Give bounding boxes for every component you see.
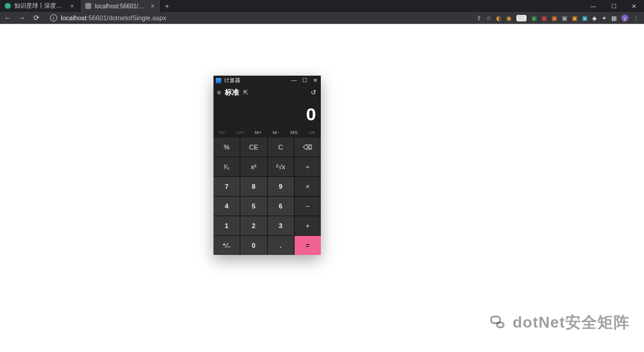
- key-negate[interactable]: ⁺⁄₋: [213, 236, 240, 255]
- memory-row: MCMRM+M−MSM▾: [213, 127, 321, 138]
- tab-close-icon[interactable]: ×: [69, 3, 75, 10]
- mode-label: 标准: [225, 88, 239, 98]
- history-icon[interactable]: ↺: [311, 89, 316, 96]
- extension-icon[interactable]: ▣: [541, 15, 547, 21]
- url-host: localhost: [61, 14, 86, 21]
- keep-on-top-icon[interactable]: ⇱: [243, 89, 248, 96]
- site-info-icon[interactable]: i: [50, 14, 57, 21]
- memory-mc: MC: [213, 127, 231, 138]
- favicon-icon: [5, 3, 11, 9]
- key-clear[interactable]: C: [268, 138, 294, 157]
- tab-close-icon[interactable]: ×: [150, 3, 156, 10]
- extension-badge[interactable]: 01: [516, 15, 527, 21]
- key-5[interactable]: 5: [240, 197, 267, 216]
- key-decimal[interactable]: .: [268, 236, 294, 255]
- hamburger-menu-icon[interactable]: ≡: [217, 89, 221, 96]
- address-bar: ← → ⟳ i localhost:56601/dotnetofSingle.a…: [0, 12, 644, 24]
- key-minus[interactable]: −: [295, 197, 321, 216]
- extension-icon[interactable]: ◈: [592, 15, 597, 21]
- wechat-icon: [490, 314, 507, 331]
- nav-reload-button[interactable]: ⟳: [32, 14, 41, 22]
- profile-avatar[interactable]: y: [621, 14, 628, 21]
- nav-forward-button[interactable]: →: [18, 14, 26, 22]
- key-2[interactable]: 2: [240, 216, 267, 235]
- calculator-window: 计算器 — ☐ ✕ ≡ 标准 ⇱ ↺ 0 MCMRM+M−MSM▾ %CEC⌫¹…: [213, 76, 321, 255]
- extension-icon[interactable]: ▣: [562, 15, 567, 21]
- browser-tab-0[interactable]: 知识星球丨深度连接铁杆粉丝… ×: [0, 0, 80, 12]
- url-port: :56601: [86, 14, 107, 21]
- window-close-button[interactable]: ✕: [624, 0, 644, 12]
- new-tab-button[interactable]: ＋: [161, 0, 173, 12]
- key-multiply[interactable]: ×: [295, 177, 321, 196]
- extension-icon[interactable]: ▣: [582, 15, 587, 21]
- watermark: dotNet安全矩阵: [490, 312, 630, 333]
- key-6[interactable]: 6: [268, 197, 294, 216]
- tab-title: 知识星球丨深度连接铁杆粉丝…: [14, 2, 66, 10]
- calculator-display: 0: [213, 99, 321, 127]
- key-7[interactable]: 7: [213, 177, 240, 196]
- browser-chrome: 知识星球丨深度连接铁杆粉丝… × localhost:56601/dotneto…: [0, 0, 644, 24]
- calculator-app-icon: [216, 78, 221, 83]
- key-reciprocal[interactable]: ¹⁄ₓ: [213, 157, 240, 176]
- key-grid: %CEC⌫¹⁄ₓx²²√x÷789×456−123+⁺⁄₋0.=: [213, 138, 321, 255]
- share-icon[interactable]: ⇪: [476, 15, 481, 21]
- extension-icon[interactable]: ▣: [552, 15, 557, 21]
- window-minimize-button[interactable]: —: [583, 0, 603, 12]
- extension-icon[interactable]: ▣: [531, 15, 537, 21]
- extensions-puzzle-icon[interactable]: ✦: [602, 15, 606, 21]
- content-divider: [0, 24, 644, 24]
- window-controls: — ☐ ✕: [583, 0, 644, 12]
- memory-mdropdown: M▾: [303, 127, 321, 138]
- memory-mr: MR: [231, 127, 249, 138]
- calc-minimize-button[interactable]: —: [289, 76, 299, 85]
- chrome-menu-button[interactable]: ⋮: [633, 15, 639, 21]
- key-1[interactable]: 1: [213, 216, 240, 235]
- extension-icon[interactable]: ◐: [496, 15, 501, 21]
- window-maximize-button[interactable]: ☐: [603, 0, 624, 12]
- key-divide[interactable]: ÷: [295, 157, 321, 176]
- calc-close-button[interactable]: ✕: [310, 76, 321, 85]
- key-backspace[interactable]: ⌫: [295, 138, 321, 157]
- calculator-window-controls: — ☐ ✕: [289, 76, 321, 85]
- key-8[interactable]: 8: [240, 177, 267, 196]
- tab-bar: 知识星球丨深度连接铁杆粉丝… × localhost:56601/dotneto…: [0, 0, 644, 12]
- key-4[interactable]: 4: [213, 197, 240, 216]
- key-3[interactable]: 3: [268, 216, 294, 235]
- favicon-icon: [85, 3, 91, 9]
- browser-tab-1[interactable]: localhost:56601/dotnetofSingl ×: [80, 0, 161, 12]
- memory-m+[interactable]: M+: [249, 127, 267, 138]
- key-sqrt[interactable]: ²√x: [268, 157, 294, 176]
- calc-maximize-button[interactable]: ☐: [299, 76, 310, 85]
- key-square[interactable]: x²: [240, 157, 267, 176]
- key-0[interactable]: 0: [240, 236, 267, 255]
- key-percent[interactable]: %: [213, 138, 240, 157]
- calculator-mode-bar: ≡ 标准 ⇱ ↺: [213, 85, 321, 99]
- key-plus[interactable]: +: [295, 216, 321, 235]
- extension-icon[interactable]: ◉: [506, 15, 512, 21]
- url-path: /dotnetofSingle.aspx: [107, 14, 166, 21]
- memory-ms[interactable]: MS: [285, 127, 303, 138]
- key-9[interactable]: 9: [268, 177, 294, 196]
- toolbar-icons: ⇪ ☆ ◐ ◉ 01 ▣ ▣ ▣ ▣ ▣ ▣ ◈ ✦ ▦ y ⋮: [476, 12, 642, 24]
- watermark-text: dotNet安全矩阵: [513, 312, 630, 333]
- app-grid-icon[interactable]: ▦: [611, 15, 617, 21]
- key-clear-entry[interactable]: CE: [240, 138, 267, 157]
- nav-back-button[interactable]: ←: [4, 14, 12, 22]
- key-equals[interactable]: =: [295, 236, 321, 255]
- bookmark-star-icon[interactable]: ☆: [486, 15, 491, 21]
- extension-icon[interactable]: ▣: [572, 15, 577, 21]
- memory-m−[interactable]: M−: [267, 127, 285, 138]
- calculator-title: 计算器: [224, 77, 240, 85]
- tab-title: localhost:56601/dotnetofSingl: [95, 3, 146, 10]
- url-text: localhost:56601/dotnetofSingle.aspx: [61, 14, 166, 21]
- calculator-titlebar[interactable]: 计算器 — ☐ ✕: [213, 76, 321, 85]
